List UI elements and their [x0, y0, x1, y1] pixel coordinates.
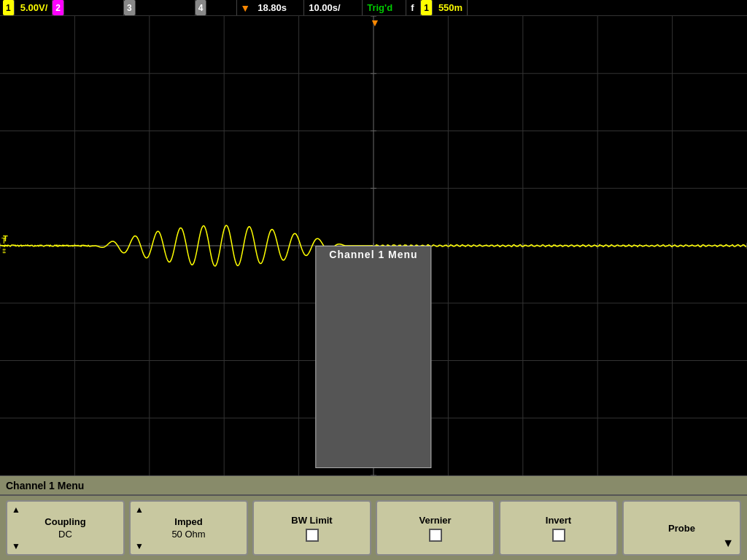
invert-label: Invert	[546, 515, 571, 526]
trig-status: Trig'd	[363, 0, 406, 15]
ch2-empty	[66, 0, 124, 15]
bw-limit-checkbox[interactable]	[306, 529, 319, 542]
trigger-level-indicator: T ↕	[1, 236, 7, 255]
imped-up-arrow: ▲	[135, 505, 144, 515]
bw-limit-button[interactable]: BW Limit	[252, 500, 371, 556]
top-status-bar: 1 5.00V/ 2 3 4 ▼ 18.80s 10.00s/ Trig'd f…	[0, 0, 747, 16]
bw-limit-label: BW Limit	[291, 515, 332, 526]
menu-bar: ▲ ▼ Coupling DC ▲ ▼ Imped 50 Ohm BW Limi…	[0, 494, 747, 560]
imped-down-arrow: ▼	[135, 541, 144, 551]
ch3-empty	[137, 0, 196, 15]
vernier-checkbox[interactable]	[429, 529, 442, 542]
invert-checkbox[interactable]	[552, 529, 565, 542]
ch2-badge: 2	[53, 0, 64, 15]
trig-slope: f	[406, 0, 421, 15]
time-offset: 18.80s	[253, 0, 304, 15]
time-scale: 10.00s/	[304, 0, 363, 15]
vernier-button[interactable]: Vernier	[376, 500, 495, 556]
probe-button[interactable]: Probe ▼	[622, 500, 741, 556]
trig-top-marker: ▼	[237, 2, 253, 14]
ch1-badge2: 1	[421, 0, 433, 15]
ch4-badge: 4	[196, 0, 207, 15]
vernier-label: Vernier	[419, 515, 451, 526]
info-bar-label: Channel 1 Menu	[6, 480, 84, 491]
info-bar: Channel 1 Menu	[0, 475, 747, 494]
imped-value: 50 Ohm	[171, 529, 205, 540]
coupling-down-arrow: ▼	[12, 541, 20, 551]
coupling-button[interactable]: ▲ ▼ Coupling DC	[6, 500, 125, 556]
channel-menu-overlay: Channel 1 Menu	[315, 246, 431, 468]
coupling-label: Coupling	[44, 516, 85, 527]
imped-label: Imped	[174, 516, 202, 527]
ch4-empty	[208, 0, 237, 15]
probe-arrow-down: ▼	[722, 537, 734, 550]
ch1-voltage: 550m	[434, 0, 468, 15]
coupling-value: DC	[58, 529, 72, 540]
probe-label: Probe	[668, 523, 695, 534]
imped-button[interactable]: ▲ ▼ Imped 50 Ohm	[129, 500, 248, 556]
ch1-scale: 5.00V/	[16, 0, 53, 15]
ch1-badge: 1	[3, 0, 15, 15]
invert-button[interactable]: Invert	[499, 500, 618, 556]
coupling-up-arrow: ▲	[12, 505, 20, 515]
ch3-badge: 3	[124, 0, 136, 15]
oscilloscope-screen: T ↕ Channel 1 Menu	[0, 16, 747, 475]
